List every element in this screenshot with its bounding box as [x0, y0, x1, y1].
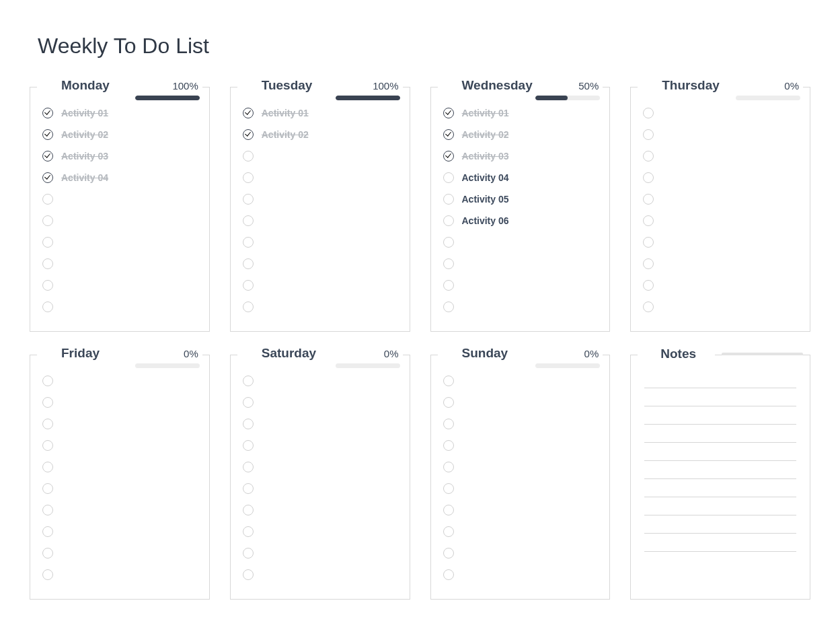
- task-checkbox[interactable]: [243, 505, 254, 515]
- task-row[interactable]: Activity 01: [443, 108, 601, 118]
- task-checkbox[interactable]: [243, 440, 254, 451]
- task-row[interactable]: [42, 483, 200, 494]
- task-row[interactable]: [42, 397, 200, 408]
- task-checkbox[interactable]: [443, 215, 454, 226]
- task-row[interactable]: [443, 569, 601, 580]
- task-checkbox[interactable]: [243, 151, 254, 162]
- task-row[interactable]: [443, 440, 601, 451]
- task-checkbox[interactable]: [243, 483, 254, 494]
- task-row[interactable]: [643, 237, 800, 248]
- task-row[interactable]: Activity 04: [42, 172, 200, 183]
- task-row[interactable]: [243, 397, 400, 408]
- task-row[interactable]: [443, 397, 601, 408]
- task-checkbox[interactable]: [243, 108, 254, 118]
- task-row[interactable]: [42, 548, 200, 559]
- task-row[interactable]: Activity 02: [443, 129, 601, 140]
- task-checkbox[interactable]: [243, 129, 254, 140]
- task-checkbox[interactable]: [243, 419, 254, 429]
- task-row[interactable]: [643, 280, 800, 291]
- task-checkbox[interactable]: [443, 505, 454, 515]
- task-checkbox[interactable]: [42, 375, 53, 386]
- task-checkbox[interactable]: [443, 151, 454, 162]
- task-checkbox[interactable]: [243, 569, 254, 580]
- task-row[interactable]: Activity 05: [443, 194, 601, 205]
- task-checkbox[interactable]: [443, 462, 454, 472]
- task-row[interactable]: [243, 569, 400, 580]
- task-row[interactable]: [42, 301, 200, 312]
- task-checkbox[interactable]: [42, 462, 53, 472]
- task-checkbox[interactable]: [243, 301, 254, 312]
- task-row[interactable]: [643, 108, 800, 118]
- task-checkbox[interactable]: [42, 505, 53, 515]
- task-row[interactable]: [243, 151, 400, 162]
- task-checkbox[interactable]: [42, 151, 53, 162]
- task-checkbox[interactable]: [243, 172, 254, 183]
- task-row[interactable]: [42, 375, 200, 386]
- task-checkbox[interactable]: [443, 548, 454, 559]
- task-checkbox[interactable]: [42, 397, 53, 408]
- note-line[interactable]: [644, 424, 796, 425]
- task-row[interactable]: Activity 04: [443, 172, 601, 183]
- task-row[interactable]: [42, 526, 200, 537]
- note-line[interactable]: [644, 478, 796, 479]
- task-checkbox[interactable]: [443, 194, 454, 205]
- task-checkbox[interactable]: [42, 129, 53, 140]
- task-row[interactable]: [42, 569, 200, 580]
- task-row[interactable]: [243, 526, 400, 537]
- task-checkbox[interactable]: [42, 483, 53, 494]
- task-row[interactable]: [443, 419, 601, 429]
- task-row[interactable]: [243, 375, 400, 386]
- task-row[interactable]: [443, 483, 601, 494]
- task-checkbox[interactable]: [643, 108, 654, 118]
- task-row[interactable]: [643, 258, 800, 269]
- task-checkbox[interactable]: [42, 237, 53, 248]
- task-row[interactable]: [42, 505, 200, 515]
- task-row[interactable]: [42, 419, 200, 429]
- task-checkbox[interactable]: [643, 280, 654, 291]
- task-checkbox[interactable]: [243, 397, 254, 408]
- task-checkbox[interactable]: [443, 172, 454, 183]
- task-checkbox[interactable]: [643, 301, 654, 312]
- task-row[interactable]: [443, 375, 601, 386]
- task-checkbox[interactable]: [243, 258, 254, 269]
- task-row[interactable]: [42, 258, 200, 269]
- task-checkbox[interactable]: [42, 548, 53, 559]
- task-row[interactable]: [42, 237, 200, 248]
- task-row[interactable]: [443, 280, 601, 291]
- task-checkbox[interactable]: [42, 569, 53, 580]
- task-checkbox[interactable]: [42, 526, 53, 537]
- task-row[interactable]: [243, 548, 400, 559]
- task-checkbox[interactable]: [443, 569, 454, 580]
- task-checkbox[interactable]: [42, 194, 53, 205]
- task-row[interactable]: [443, 301, 601, 312]
- task-row[interactable]: [443, 505, 601, 515]
- task-checkbox[interactable]: [643, 237, 654, 248]
- task-row[interactable]: [443, 237, 601, 248]
- task-row[interactable]: [243, 419, 400, 429]
- task-row[interactable]: [243, 462, 400, 472]
- task-checkbox[interactable]: [443, 108, 454, 118]
- task-row[interactable]: [42, 194, 200, 205]
- task-row[interactable]: [42, 215, 200, 226]
- task-row[interactable]: [243, 172, 400, 183]
- task-checkbox[interactable]: [443, 526, 454, 537]
- task-row[interactable]: [443, 526, 601, 537]
- note-line[interactable]: [644, 497, 796, 497]
- task-row[interactable]: [243, 194, 400, 205]
- task-checkbox[interactable]: [443, 280, 454, 291]
- task-checkbox[interactable]: [643, 151, 654, 162]
- task-row[interactable]: [243, 505, 400, 515]
- task-checkbox[interactable]: [243, 237, 254, 248]
- task-checkbox[interactable]: [443, 129, 454, 140]
- task-checkbox[interactable]: [443, 375, 454, 386]
- task-row[interactable]: [443, 258, 601, 269]
- task-row[interactable]: [42, 462, 200, 472]
- task-checkbox[interactable]: [243, 526, 254, 537]
- task-checkbox[interactable]: [42, 440, 53, 451]
- note-line[interactable]: [644, 515, 796, 515]
- task-checkbox[interactable]: [243, 280, 254, 291]
- task-checkbox[interactable]: [42, 419, 53, 429]
- task-row[interactable]: Activity 06: [443, 215, 601, 226]
- note-line[interactable]: [644, 388, 796, 388]
- task-checkbox[interactable]: [42, 172, 53, 183]
